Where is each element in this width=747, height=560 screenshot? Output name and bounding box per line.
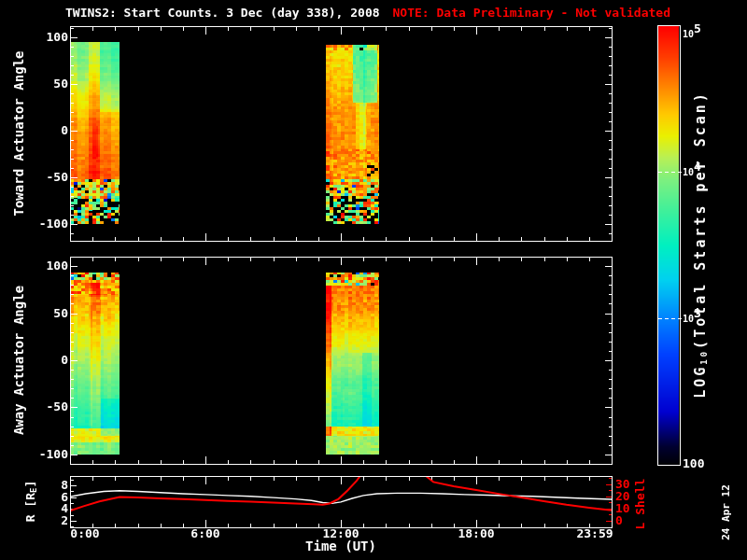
lshell-axis-label: L Shell — [633, 479, 648, 530]
lshell-tick-label: 0 — [615, 513, 623, 528]
angle-tick-label: 50 — [31, 77, 68, 91]
colorbar-label-pre: LOG — [692, 365, 709, 399]
angle-tick-label: -50 — [31, 170, 68, 185]
angle-tick-label: 0 — [31, 123, 68, 138]
spectrogram-canvas — [0, 0, 747, 560]
colorbar-tick-label: 100 — [683, 456, 704, 471]
plot-page: TWINS2: Start Counts. 3 Dec (day 338), 2… — [0, 0, 747, 560]
colorbar-axis-label: LOG10(Total Starts per Scan) — [693, 91, 712, 399]
time-tick-label: 18:00 — [458, 526, 494, 541]
colorbar-tick-label: 105 — [683, 26, 701, 42]
time-tick-label: 23:59 — [576, 526, 613, 541]
time-tick-label: 12:00 — [322, 526, 359, 541]
colorbar-tick-label: 103 — [683, 311, 701, 327]
date-stamp: 24 Apr 12 — [719, 484, 734, 540]
angle-tick-label: -50 — [31, 399, 68, 414]
title-row: TWINS2: Start Counts. 3 Dec (day 338), 2… — [65, 6, 670, 20]
toward-axis-label: Toward Actuator Angle — [11, 50, 26, 216]
angle-tick-label: 100 — [31, 259, 68, 273]
r-tick-label: 2 — [31, 513, 68, 528]
page-title: TWINS2: Start Counts. 3 Dec (day 338), 2… — [65, 6, 380, 20]
angle-tick-label: 100 — [31, 30, 68, 45]
colorbar-tick-label: 104 — [683, 164, 701, 180]
angle-tick-label: 50 — [31, 306, 68, 321]
angle-tick-label: 0 — [31, 353, 68, 368]
away-axis-label: Away Actuator Angle — [11, 286, 26, 435]
angle-tick-label: -100 — [31, 217, 68, 231]
angle-tick-label: -100 — [31, 447, 68, 462]
preliminary-note: NOTE: Data Preliminary - Not validated — [393, 6, 670, 20]
colorbar-label-sub: 10 — [699, 349, 709, 365]
time-tick-label: 6:00 — [190, 526, 219, 541]
time-tick-label: 0:00 — [70, 526, 99, 541]
